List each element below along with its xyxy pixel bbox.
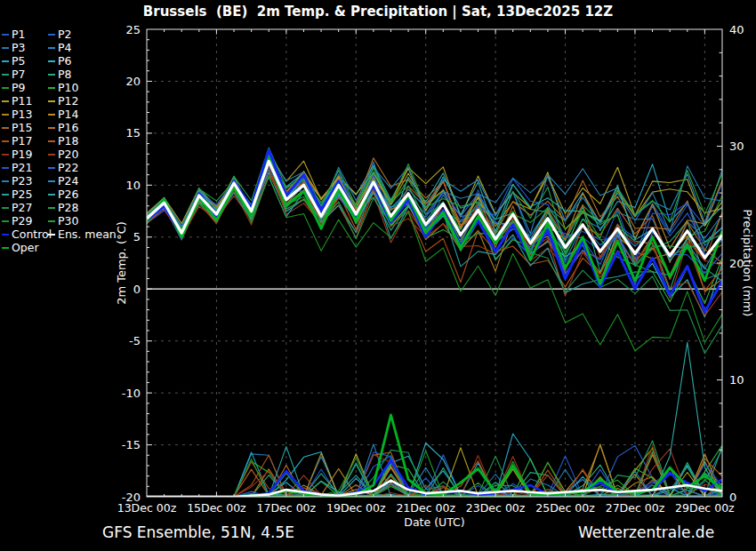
- temp-tick-label: 15: [125, 126, 141, 140]
- x-tick-label: 29Dec 00z: [675, 501, 735, 515]
- temp-tick-label: 5: [133, 230, 141, 244]
- ensemble-member-lines: [147, 148, 722, 497]
- brand-text: Wetterzentrale.de: [578, 523, 714, 541]
- temp-tick-label: -5: [129, 334, 141, 347]
- temp-tick-label: 10: [125, 179, 141, 192]
- temp-tick-label: 20: [125, 75, 141, 88]
- model-info-text: GFS Ensemble, 51N, 4.5E: [102, 523, 294, 541]
- oper-precip-line: [147, 415, 722, 497]
- ensemble-plot: 2520151050-5-10-15-2040302010013Dec 00z1…: [0, 0, 756, 551]
- x-tick-label: 23Dec 00z: [466, 501, 526, 515]
- ensemble-meteogram-page: Brussels (BE) 2m Temp. & Precipitation |…: [0, 0, 756, 551]
- temp-tick-label: 0: [133, 283, 141, 296]
- precip-tick-label: 30: [729, 140, 744, 153]
- x-tick-label: 25Dec 00z: [535, 501, 595, 515]
- temp-axis-title: 2m Temp. (°C): [115, 221, 128, 305]
- x-tick-label: 21Dec 00z: [396, 501, 455, 515]
- temp-tick-label: 25: [125, 23, 141, 36]
- x-tick-label: 15Dec 00z: [187, 501, 246, 515]
- x-tick-label: 17Dec 00z: [257, 501, 317, 515]
- x-tick-label: 27Dec 00z: [606, 501, 665, 515]
- temp-tick-label: -15: [122, 438, 141, 451]
- x-tick-label: 19Dec 00z: [326, 501, 386, 515]
- x-tick-label: 13Dec 00z: [117, 501, 177, 515]
- temp-tick-label: -10: [122, 387, 141, 400]
- precip-axis-title: Precipitation (mm): [741, 210, 754, 317]
- x-axis-title: Date (UTC): [404, 515, 464, 529]
- precip-tick-label: 10: [729, 373, 744, 387]
- precip-tick-label: 40: [729, 23, 744, 36]
